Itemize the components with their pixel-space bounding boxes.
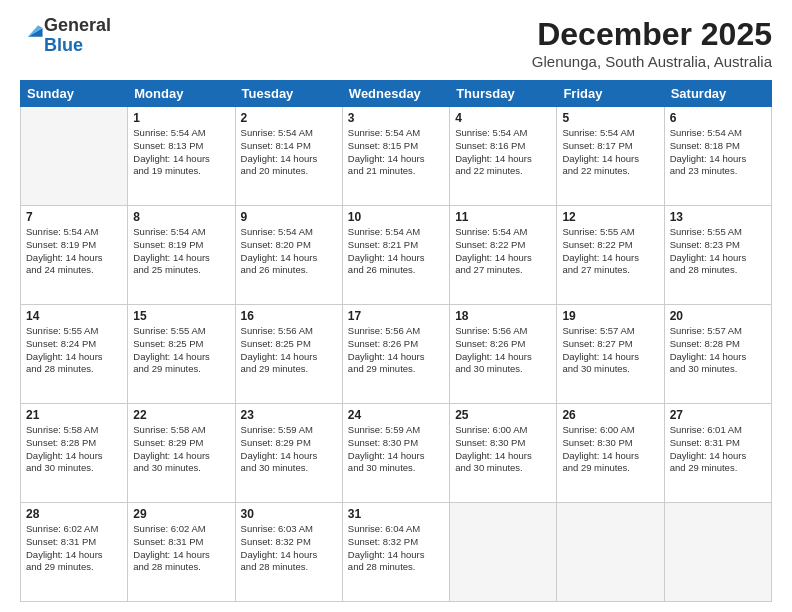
calendar-header-row: Sunday Monday Tuesday Wednesday Thursday… bbox=[21, 81, 772, 107]
day-number: 15 bbox=[133, 309, 229, 323]
table-row: 30Sunrise: 6:03 AM Sunset: 8:32 PM Dayli… bbox=[235, 503, 342, 602]
day-info: Sunrise: 5:54 AM Sunset: 8:19 PM Dayligh… bbox=[26, 226, 122, 277]
day-number: 3 bbox=[348, 111, 444, 125]
table-row: 22Sunrise: 5:58 AM Sunset: 8:29 PM Dayli… bbox=[128, 404, 235, 503]
day-number: 7 bbox=[26, 210, 122, 224]
day-number: 28 bbox=[26, 507, 122, 521]
day-info: Sunrise: 5:59 AM Sunset: 8:30 PM Dayligh… bbox=[348, 424, 444, 475]
day-number: 23 bbox=[241, 408, 337, 422]
page-title: December 2025 bbox=[532, 16, 772, 53]
day-info: Sunrise: 5:54 AM Sunset: 8:19 PM Dayligh… bbox=[133, 226, 229, 277]
logo-general-text: General bbox=[44, 15, 111, 35]
day-info: Sunrise: 5:54 AM Sunset: 8:21 PM Dayligh… bbox=[348, 226, 444, 277]
day-number: 19 bbox=[562, 309, 658, 323]
calendar-week-3: 14Sunrise: 5:55 AM Sunset: 8:24 PM Dayli… bbox=[21, 305, 772, 404]
table-row: 11Sunrise: 5:54 AM Sunset: 8:22 PM Dayli… bbox=[450, 206, 557, 305]
day-number: 12 bbox=[562, 210, 658, 224]
day-info: Sunrise: 5:58 AM Sunset: 8:29 PM Dayligh… bbox=[133, 424, 229, 475]
day-number: 30 bbox=[241, 507, 337, 521]
table-row: 12Sunrise: 5:55 AM Sunset: 8:22 PM Dayli… bbox=[557, 206, 664, 305]
table-row: 10Sunrise: 5:54 AM Sunset: 8:21 PM Dayli… bbox=[342, 206, 449, 305]
day-info: Sunrise: 6:00 AM Sunset: 8:30 PM Dayligh… bbox=[455, 424, 551, 475]
table-row: 27Sunrise: 6:01 AM Sunset: 8:31 PM Dayli… bbox=[664, 404, 771, 503]
table-row: 4Sunrise: 5:54 AM Sunset: 8:16 PM Daylig… bbox=[450, 107, 557, 206]
day-info: Sunrise: 5:56 AM Sunset: 8:25 PM Dayligh… bbox=[241, 325, 337, 376]
day-number: 11 bbox=[455, 210, 551, 224]
logo-icon bbox=[22, 20, 44, 42]
day-info: Sunrise: 5:54 AM Sunset: 8:20 PM Dayligh… bbox=[241, 226, 337, 277]
table-row: 14Sunrise: 5:55 AM Sunset: 8:24 PM Dayli… bbox=[21, 305, 128, 404]
day-info: Sunrise: 5:54 AM Sunset: 8:14 PM Dayligh… bbox=[241, 127, 337, 178]
col-friday: Friday bbox=[557, 81, 664, 107]
table-row: 6Sunrise: 5:54 AM Sunset: 8:18 PM Daylig… bbox=[664, 107, 771, 206]
day-number: 18 bbox=[455, 309, 551, 323]
day-info: Sunrise: 5:55 AM Sunset: 8:22 PM Dayligh… bbox=[562, 226, 658, 277]
calendar-table: Sunday Monday Tuesday Wednesday Thursday… bbox=[20, 80, 772, 602]
day-number: 25 bbox=[455, 408, 551, 422]
calendar-week-2: 7Sunrise: 5:54 AM Sunset: 8:19 PM Daylig… bbox=[21, 206, 772, 305]
table-row bbox=[664, 503, 771, 602]
table-row: 21Sunrise: 5:58 AM Sunset: 8:28 PM Dayli… bbox=[21, 404, 128, 503]
table-row: 28Sunrise: 6:02 AM Sunset: 8:31 PM Dayli… bbox=[21, 503, 128, 602]
day-number: 16 bbox=[241, 309, 337, 323]
day-number: 26 bbox=[562, 408, 658, 422]
table-row: 18Sunrise: 5:56 AM Sunset: 8:26 PM Dayli… bbox=[450, 305, 557, 404]
day-info: Sunrise: 5:57 AM Sunset: 8:28 PM Dayligh… bbox=[670, 325, 766, 376]
day-number: 14 bbox=[26, 309, 122, 323]
day-number: 29 bbox=[133, 507, 229, 521]
table-row bbox=[21, 107, 128, 206]
table-row: 24Sunrise: 5:59 AM Sunset: 8:30 PM Dayli… bbox=[342, 404, 449, 503]
table-row: 7Sunrise: 5:54 AM Sunset: 8:19 PM Daylig… bbox=[21, 206, 128, 305]
table-row: 3Sunrise: 5:54 AM Sunset: 8:15 PM Daylig… bbox=[342, 107, 449, 206]
table-row bbox=[450, 503, 557, 602]
day-info: Sunrise: 5:54 AM Sunset: 8:22 PM Dayligh… bbox=[455, 226, 551, 277]
col-thursday: Thursday bbox=[450, 81, 557, 107]
table-row: 26Sunrise: 6:00 AM Sunset: 8:30 PM Dayli… bbox=[557, 404, 664, 503]
day-info: Sunrise: 5:54 AM Sunset: 8:15 PM Dayligh… bbox=[348, 127, 444, 178]
day-number: 8 bbox=[133, 210, 229, 224]
day-number: 20 bbox=[670, 309, 766, 323]
table-row: 8Sunrise: 5:54 AM Sunset: 8:19 PM Daylig… bbox=[128, 206, 235, 305]
calendar-week-5: 28Sunrise: 6:02 AM Sunset: 8:31 PM Dayli… bbox=[21, 503, 772, 602]
day-info: Sunrise: 6:00 AM Sunset: 8:30 PM Dayligh… bbox=[562, 424, 658, 475]
table-row: 15Sunrise: 5:55 AM Sunset: 8:25 PM Dayli… bbox=[128, 305, 235, 404]
day-number: 17 bbox=[348, 309, 444, 323]
table-row: 17Sunrise: 5:56 AM Sunset: 8:26 PM Dayli… bbox=[342, 305, 449, 404]
col-saturday: Saturday bbox=[664, 81, 771, 107]
col-monday: Monday bbox=[128, 81, 235, 107]
day-info: Sunrise: 5:56 AM Sunset: 8:26 PM Dayligh… bbox=[348, 325, 444, 376]
table-row: 9Sunrise: 5:54 AM Sunset: 8:20 PM Daylig… bbox=[235, 206, 342, 305]
table-row: 1Sunrise: 5:54 AM Sunset: 8:13 PM Daylig… bbox=[128, 107, 235, 206]
day-info: Sunrise: 6:04 AM Sunset: 8:32 PM Dayligh… bbox=[348, 523, 444, 574]
col-wednesday: Wednesday bbox=[342, 81, 449, 107]
col-sunday: Sunday bbox=[21, 81, 128, 107]
day-info: Sunrise: 5:57 AM Sunset: 8:27 PM Dayligh… bbox=[562, 325, 658, 376]
day-info: Sunrise: 5:54 AM Sunset: 8:17 PM Dayligh… bbox=[562, 127, 658, 178]
day-number: 6 bbox=[670, 111, 766, 125]
day-number: 31 bbox=[348, 507, 444, 521]
day-info: Sunrise: 5:59 AM Sunset: 8:29 PM Dayligh… bbox=[241, 424, 337, 475]
day-info: Sunrise: 6:03 AM Sunset: 8:32 PM Dayligh… bbox=[241, 523, 337, 574]
page-subtitle: Glenunga, South Australia, Australia bbox=[532, 53, 772, 70]
table-row: 25Sunrise: 6:00 AM Sunset: 8:30 PM Dayli… bbox=[450, 404, 557, 503]
day-number: 13 bbox=[670, 210, 766, 224]
table-row: 20Sunrise: 5:57 AM Sunset: 8:28 PM Dayli… bbox=[664, 305, 771, 404]
day-number: 21 bbox=[26, 408, 122, 422]
day-number: 22 bbox=[133, 408, 229, 422]
table-row bbox=[557, 503, 664, 602]
day-info: Sunrise: 5:58 AM Sunset: 8:28 PM Dayligh… bbox=[26, 424, 122, 475]
day-info: Sunrise: 5:54 AM Sunset: 8:16 PM Dayligh… bbox=[455, 127, 551, 178]
day-info: Sunrise: 5:55 AM Sunset: 8:24 PM Dayligh… bbox=[26, 325, 122, 376]
day-info: Sunrise: 6:02 AM Sunset: 8:31 PM Dayligh… bbox=[26, 523, 122, 574]
table-row: 23Sunrise: 5:59 AM Sunset: 8:29 PM Dayli… bbox=[235, 404, 342, 503]
table-row: 2Sunrise: 5:54 AM Sunset: 8:14 PM Daylig… bbox=[235, 107, 342, 206]
table-row: 31Sunrise: 6:04 AM Sunset: 8:32 PM Dayli… bbox=[342, 503, 449, 602]
table-row: 19Sunrise: 5:57 AM Sunset: 8:27 PM Dayli… bbox=[557, 305, 664, 404]
calendar-week-4: 21Sunrise: 5:58 AM Sunset: 8:28 PM Dayli… bbox=[21, 404, 772, 503]
day-info: Sunrise: 5:54 AM Sunset: 8:13 PM Dayligh… bbox=[133, 127, 229, 178]
table-row: 29Sunrise: 6:02 AM Sunset: 8:31 PM Dayli… bbox=[128, 503, 235, 602]
day-number: 27 bbox=[670, 408, 766, 422]
day-number: 9 bbox=[241, 210, 337, 224]
day-info: Sunrise: 6:02 AM Sunset: 8:31 PM Dayligh… bbox=[133, 523, 229, 574]
day-info: Sunrise: 6:01 AM Sunset: 8:31 PM Dayligh… bbox=[670, 424, 766, 475]
